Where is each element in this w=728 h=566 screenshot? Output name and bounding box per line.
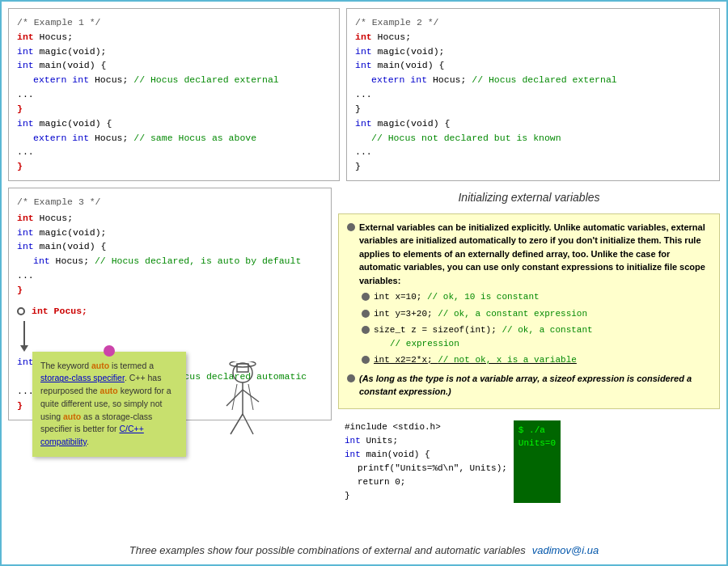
ex1-line9: ...	[17, 145, 331, 159]
bc-line1: #include <stdio.h>	[345, 420, 507, 434]
code-line2-text: int y=3+20; // ok, a constant expression	[374, 307, 587, 321]
bc-line6: }	[345, 489, 507, 503]
ex3-line1: int Hocus;	[17, 211, 323, 226]
ex3-line3: int main(void) {	[17, 239, 323, 254]
footer: Three examples show four possible combin…	[8, 539, 720, 558]
pocus-bullet	[17, 307, 25, 315]
ex2-line4: extern int Hocus; // Hocus declared exte…	[371, 73, 711, 87]
ex1-line7: int magic(void) {	[17, 116, 331, 131]
svg-point-0	[233, 363, 252, 382]
bullet-circle-code1	[362, 293, 370, 301]
bottom-row: /* Example 3 */ int Hocus; int magic(voi…	[8, 188, 720, 539]
sticky-note: The keyword auto is termed a storage-cla…	[32, 352, 186, 457]
bc-line3: int main(void) {	[345, 448, 507, 462]
ex2-line5: ...	[355, 87, 711, 102]
arrow-line	[23, 321, 25, 345]
ex1-line1: int Hocus;	[17, 30, 331, 44]
svg-line-4	[231, 414, 243, 434]
bottom-code-area: #include <stdio.h> int Units; int main(v…	[338, 416, 720, 508]
bottom-code-block: #include <stdio.h> int Units; int main(v…	[345, 420, 507, 503]
init-code-examples: int x=10; // ok, 10 is constant int y=3+…	[362, 290, 711, 367]
bullet-text-1: External variables can be initialized ex…	[359, 221, 711, 288]
sticky-pin	[104, 345, 115, 357]
ex1-line2: int magic(void);	[17, 44, 331, 59]
ex3-line6: }	[17, 283, 323, 298]
ex2-line7: int magic(void) {	[355, 116, 711, 131]
init-code-line4: int x2=2*x; // not ok, x is a variable	[362, 353, 711, 367]
ex1-line5: ...	[17, 87, 331, 102]
bullet-item-1: External variables can be initialized ex…	[347, 221, 711, 288]
ex1-line8: extern int Hocus; // same Hocus as above	[33, 131, 331, 146]
init-yellow-box: External variables can be initialized ex…	[338, 213, 720, 409]
pocus-line: int Pocus;	[32, 304, 87, 319]
ex1-line10: }	[17, 159, 331, 174]
bullet-circle-code4	[362, 356, 370, 364]
bullet-circle-1	[347, 223, 355, 231]
init-code-line2: int y=3+20; // ok, a constant expression	[362, 307, 711, 321]
footer-text: Three examples show four possible combin…	[129, 544, 526, 556]
init-code-line3: size_t z = sizeof(int); // ok, a constan…	[362, 323, 711, 350]
ex2-line3: int main(void) {	[355, 58, 711, 73]
ex2-line9: ...	[355, 145, 711, 159]
code-line3-text: size_t z = sizeof(int); // ok, a constan…	[374, 323, 593, 350]
ex1-line4: extern int Hocus; // Hocus declared exte…	[33, 73, 331, 87]
terminal-output: $ ./a Units=0	[514, 420, 561, 503]
character-figure	[210, 361, 275, 450]
example2-title: /* Example 2 */	[355, 15, 711, 30]
example3-title: /* Example 3 */	[17, 195, 323, 209]
ex3-line2: int magic(void);	[17, 226, 323, 240]
character-svg	[214, 361, 271, 450]
left-panel-bottom: /* Example 3 */ int Hocus; int magic(voi…	[8, 188, 332, 539]
storage-class-link[interactable]: storage-class specifier	[40, 373, 125, 382]
sticky-text: The keyword auto is termed a storage-cla…	[40, 360, 178, 449]
svg-rect-7	[237, 364, 248, 372]
ex2-line10: }	[355, 159, 711, 174]
bullet-circle-code2	[362, 310, 370, 318]
ex1-line6: }	[17, 102, 331, 116]
ex2-line6: }	[355, 102, 711, 116]
ex2-line8: // Hocus not declared but is known	[371, 131, 711, 146]
arrow-head-icon	[20, 345, 28, 352]
code-line4-text: int x2=2*x; // not ok, x is a variable	[374, 353, 577, 367]
bullet-text-2: (As long as the type is not a variable a…	[359, 372, 711, 399]
svg-line-8	[232, 384, 237, 410]
ex2-line2: int magic(void);	[355, 44, 711, 59]
init-code-line1: int x=10; // ok, 10 is constant	[362, 290, 711, 304]
example2-box: /* Example 2 */ int Hocus; int magic(voi…	[346, 8, 720, 181]
bc-line5: return 0;	[358, 475, 507, 489]
bc-line4: printf("Units=%d\n", Units);	[358, 462, 507, 475]
bullet-item-2: (As long as the type is not a variable a…	[347, 372, 711, 399]
cpp-compat-link[interactable]: C/C++ compatibility	[40, 424, 144, 446]
code-line1-text: int x=10; // ok, 10 is constant	[374, 290, 540, 304]
footer-email: vadimov@i.ua	[532, 544, 599, 556]
ex2-line1: int Hocus;	[355, 30, 711, 44]
bc-line2: int Units;	[345, 434, 507, 448]
top-row: /* Example 1 */ int Hocus; int magic(voi…	[8, 8, 720, 181]
ex3-line5: ...	[17, 268, 323, 283]
bullet-circle-code3	[362, 326, 370, 334]
ex3-line4: int Hocus; // Hocus declared, is auto by…	[33, 254, 323, 268]
example1-title: /* Example 1 */	[17, 15, 331, 30]
example1-box: /* Example 1 */ int Hocus; int magic(voi…	[8, 8, 340, 181]
init-title: Initializing external variables	[338, 188, 720, 207]
svg-line-5	[243, 414, 253, 434]
bullet-circle-2	[347, 374, 355, 382]
right-panel: Initializing external variables External…	[338, 188, 720, 539]
main-container: /* Example 1 */ int Hocus; int magic(voi…	[2, 2, 726, 564]
ex1-line3: int main(void) {	[17, 58, 331, 73]
